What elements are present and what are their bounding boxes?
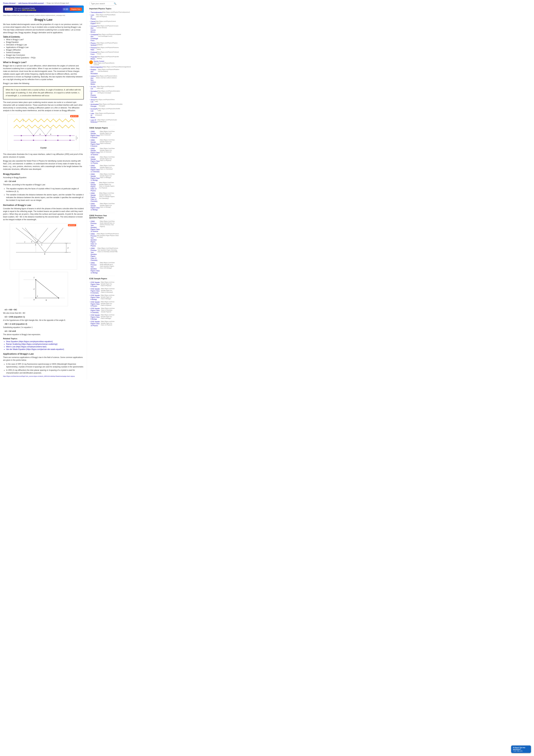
- toc-item[interactable]: Solved Examples: [6, 51, 84, 54]
- sidebar-item-laws-of-physics[interactable]: Laws Of Physics (https://byjus.com/Physi…: [89, 14, 115, 20]
- section4-para: There are numerous applications of Bragg…: [3, 356, 84, 362]
- svg-text:B: B: [46, 299, 47, 301]
- sidebar-item-electromagnetism[interactable]: Electromagnetism (https://byjus.com/Phys…: [89, 66, 115, 68]
- bragg-equation: nλ = 2d sinθ: [5, 180, 84, 182]
- toc-item[interactable]: Frequently Asked Questions – FAQs: [6, 57, 84, 59]
- sidebar-cbse-12-physics[interactable]: CBSE Sample Papers Class 12 Physics(http…: [89, 182, 115, 192]
- related-item[interactable]: Raman Scattering (https://byjus.com/phys…: [6, 343, 84, 345]
- breadcrumb-physics[interactable]: Physics (/physics/): [3, 2, 16, 4]
- derivation-diagram2: d B A Z θ: [3, 272, 84, 306]
- deriv-eq1: nλ = AB + BC: [5, 309, 84, 311]
- sidebar: 🔍 Important Physics Topics Thermodynamic…: [87, 0, 117, 379]
- sidebar-item-laws-of-reflection[interactable]: Laws Of Reflection (https://byjus.com/Ph…: [89, 119, 115, 123]
- cbse-pyq-section: CBSE Previous Year Question Papers CBSE …: [89, 215, 115, 274]
- sidebar-cbse-11-biology[interactable]: CBSE Sample Papers Class 11 Biology(http…: [89, 173, 115, 181]
- search-box[interactable]: 🔍: [89, 2, 115, 6]
- toc-item[interactable]: Bragg's law Conclusion: [6, 54, 84, 56]
- svg-text:θ: θ: [31, 241, 32, 243]
- search-input[interactable]: [91, 3, 114, 5]
- section3-para1: Consider the following figure of beams i…: [3, 207, 84, 221]
- sidebar-item-electric-current[interactable]: Electric Current (https://byjus.com/Phys…: [89, 61, 115, 66]
- sidebar-icse-10-physics[interactable]: ICSE Sample Papers Class 10 Physics(http…: [89, 321, 115, 327]
- deriv-conclusion: The above equation is Bragg's law expres…: [3, 333, 84, 336]
- sidebar-pyq-12-biology[interactable]: CBSE Previous Year Question Papers Class…: [89, 262, 115, 274]
- register-button[interactable]: Register Now: [70, 8, 82, 11]
- sidebar-cbse-11-chemistry[interactable]: CBSE Sample Papers Class 11 Chemistry(ht…: [89, 165, 115, 173]
- toc-item[interactable]: Bragg's Diffraction: [6, 49, 84, 51]
- svg-line-24: [36, 228, 48, 243]
- sidebar-item-physics-symbols[interactable]: Physics Symbols (https://byjus.com/Physi…: [89, 42, 115, 46]
- svg-marker-40: [36, 280, 59, 298]
- sidebar-item-centripetal[interactable]: Centripetal And Centrifugal Force (https…: [89, 34, 115, 41]
- related-item[interactable]: Dirac Equation (https://byjus.com/physic…: [6, 340, 84, 342]
- sidebar-item-poissons-ratio[interactable]: Poissons Ratio (https://byjus.com/Physic…: [89, 47, 115, 51]
- sidebar-item-thermodynamics[interactable]: Thermodynamics (https://byjus.com/Physic…: [89, 12, 115, 14]
- sidebar-icse-9-physics[interactable]: ICSE Sample Papers Class 9 Physics(https…: [89, 301, 115, 307]
- sidebar-icse-8-physics[interactable]: ICSE Sample Papers Class 8 Physics(https…: [89, 282, 115, 287]
- cbse-papers-heading: CBSE Sample Papers: [89, 127, 115, 130]
- breadcrumb-light-sources[interactable]: Light Sources (/physics/light-sources/): [18, 2, 44, 4]
- sidebar-cbse-12-biology[interactable]: CBSE Sample Papers Class 12 Biology(http…: [89, 203, 115, 211]
- svg-text:θ: θ: [40, 133, 41, 135]
- svg-text:Z: Z: [34, 277, 35, 279]
- byju-watermark2: ▶ BYJU'S: [68, 224, 76, 226]
- crystal-diagram: ▶ BYJU'S: [3, 114, 84, 150]
- sidebar-cbse-11-physics[interactable]: CBSE Sample Papers Class 11 Physics(http…: [89, 156, 115, 164]
- equation-bullet1: The equation explains why the faces of c…: [6, 187, 84, 193]
- deriv-para1: We also know that AB = BC: [3, 312, 84, 314]
- sidebar-icse-8-chemistry[interactable]: ICSE Sample Papers Class 8 Chemistry(htt…: [89, 288, 115, 294]
- sidebar-pyq-12-chemistry[interactable]: CBSE Previous Year Question Papers Class…: [89, 247, 115, 261]
- section4-heading: Applications of Bragg's Law: [3, 353, 84, 355]
- section1-para1: Bragg's law is a special case of Laue di…: [3, 65, 84, 81]
- sidebar-item-si-units[interactable]: SI Units List (https://byjus.com/Physics…: [89, 86, 115, 90]
- derivation-diagram: ▶ BYJU'S d: [3, 223, 84, 270]
- svg-point-50: [58, 298, 59, 298]
- sidebar-item-projectile-motion[interactable]: Projectile Motion (https://byjus.com/Phy…: [89, 56, 115, 60]
- section2-para2: Therefore, according to the equation of …: [3, 183, 84, 186]
- sidebar-item-kirchhoff[interactable]: Kirchhoff's Law (https://byjus.com/Physi…: [89, 108, 115, 112]
- svg-line-31: [25, 228, 45, 252]
- cbse-papers-section: CBSE Sample Papers CBSE Sample Papers Cl…: [89, 127, 115, 211]
- related-item[interactable]: Wien's Law (https://byjus.com/physics/wi…: [6, 346, 84, 348]
- deriv-eq3: AB = d sinθ (equation 2): [5, 323, 84, 325]
- sidebar-item-rotation-revolution[interactable]: Rotation And Revolution (https://byjus.c…: [89, 69, 115, 75]
- sidebar-icse-9-chemistry[interactable]: ICSE Sample Papers Class 9 Chemistry(htt…: [89, 308, 115, 313]
- deriv-eq4: nλ = 2d sinθ: [5, 330, 84, 332]
- svg-point-8: [33, 140, 34, 141]
- sidebar-item-concave-convex-mirrors[interactable]: Concave And Convex Mirrors (https://byju…: [89, 25, 115, 33]
- icse-papers-section: ICSE Sample Papers ICSE Sample Papers Cl…: [89, 278, 115, 327]
- svg-text:C: C: [41, 244, 42, 246]
- deriv-para3: Substituting equation 2 in equation 1: [3, 326, 84, 329]
- toc-item[interactable]: Applications of Bragg's Law: [6, 46, 84, 48]
- section2-heading: Bragg Equation: [3, 173, 84, 175]
- toc-item[interactable]: What is Bragg's Law?: [6, 39, 84, 40]
- related-topics: Related Topics: Dirac Equation (https://…: [3, 338, 84, 350]
- page-title: Bragg's Law: [3, 18, 84, 21]
- sidebar-cbse-12-chemistry[interactable]: CBSE Sample Papers Class 12 Chemistry(ht…: [89, 192, 115, 202]
- sidebar-item-laws-of-motion[interactable]: Laws Of Motion (https://byjus.com/Physic…: [89, 113, 115, 119]
- sidebar-item-derivation[interactable]: Derivation Of Physics Formulas (https://…: [89, 90, 115, 98]
- sidebar-cbse-9-science[interactable]: CBSE Sample Papers Class 9 Science(https…: [89, 139, 115, 147]
- sidebar-item-ohms-law[interactable]: Ohms Law (https://byjus.com/Physics/Ohms…: [89, 99, 115, 103]
- sidebar-item-frictional-force[interactable]: Frictional Force (https://byjus.com/Phys…: [89, 51, 115, 55]
- toc-item[interactable]: Derivation of Bragg's Law: [6, 44, 84, 46]
- sidebar-icse-8-biology[interactable]: ICSE Sample Papers Class 8 Biology(https…: [89, 294, 115, 300]
- toc-item[interactable]: Bragg Equation: [6, 41, 84, 43]
- svg-text:λ: λ: [23, 120, 24, 122]
- important-topics-section: Important Physics Topics Thermodynamics …: [89, 8, 115, 123]
- svg-text:d: d: [34, 288, 35, 290]
- related-item[interactable]: Van der Waals Equation (https://byjus.co…: [6, 348, 84, 350]
- sidebar-item-carnot-engine[interactable]: Carnot Engine (https://byjus.com/Physics…: [89, 20, 115, 24]
- footer-signup-link[interactable]: https://byjus.com/learn/account/login?ut…: [3, 375, 84, 377]
- sidebar-cbse-8-science[interactable]: CBSE Sample Papers Class 8 Science(https…: [89, 131, 115, 139]
- search-icon[interactable]: 🔍: [114, 2, 116, 5]
- sidebar-icse-9-biology[interactable]: ICSE Sample Papers Class 9 Biology(https…: [89, 314, 115, 320]
- svg-text:d: d: [68, 247, 69, 249]
- sidebar-cbse-10-science[interactable]: CBSE Sample Papers Class 10 Science(http…: [89, 148, 115, 156]
- sidebar-item-uniform-motion[interactable]: Uniform And Non-Uniform Motion (https://…: [89, 75, 115, 85]
- svg-text:θ: θ: [37, 295, 38, 297]
- sidebar-item-archimedes[interactable]: Archimedes' Principle (https://byjus.com…: [89, 103, 115, 107]
- svg-point-10: [57, 140, 59, 141]
- sidebar-pyq-10-science[interactable]: CBSE Previous Year Question Papers Class…: [89, 221, 115, 232]
- sidebar-pyq-12-physics[interactable]: CBSE Previous Year Question Papers Class…: [89, 233, 115, 247]
